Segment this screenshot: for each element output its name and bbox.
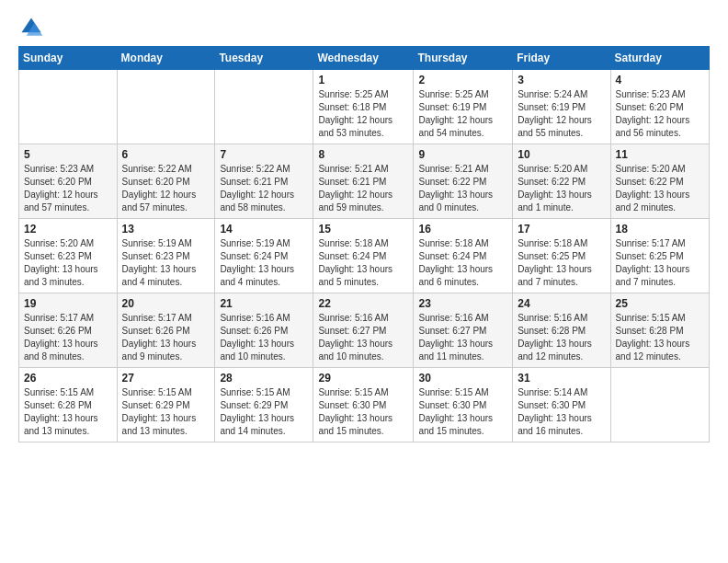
day-number: 15	[318, 223, 408, 236]
day-number: 11	[616, 148, 704, 161]
day-info: Sunrise: 5:22 AM Sunset: 6:20 PM Dayligh…	[122, 163, 210, 214]
day-info: Sunrise: 5:15 AM Sunset: 6:28 PM Dayligh…	[24, 386, 112, 438]
calendar-cell: 14Sunrise: 5:19 AM Sunset: 6:24 PM Dayli…	[215, 219, 313, 293]
day-number: 14	[220, 223, 308, 236]
calendar-cell: 15Sunrise: 5:18 AM Sunset: 6:24 PM Dayli…	[313, 219, 414, 293]
day-number: 5	[24, 148, 112, 161]
calendar-cell: 31Sunrise: 5:14 AM Sunset: 6:30 PM Dayli…	[513, 368, 610, 442]
calendar-cell: 18Sunrise: 5:17 AM Sunset: 6:25 PM Dayli…	[610, 219, 709, 293]
day-info: Sunrise: 5:18 AM Sunset: 6:24 PM Dayligh…	[318, 237, 408, 289]
calendar-cell: 17Sunrise: 5:18 AM Sunset: 6:25 PM Dayli…	[513, 219, 610, 293]
day-info: Sunrise: 5:15 AM Sunset: 6:30 PM Dayligh…	[318, 386, 408, 438]
calendar-cell: 24Sunrise: 5:16 AM Sunset: 6:28 PM Dayli…	[513, 293, 610, 368]
day-number: 12	[24, 223, 112, 236]
day-number: 30	[418, 372, 507, 385]
day-number: 7	[220, 148, 308, 161]
day-info: Sunrise: 5:25 AM Sunset: 6:18 PM Dayligh…	[318, 88, 408, 140]
day-info: Sunrise: 5:16 AM Sunset: 6:26 PM Dayligh…	[220, 312, 308, 363]
calendar-cell: 1Sunrise: 5:25 AM Sunset: 6:18 PM Daylig…	[313, 70, 414, 144]
day-info: Sunrise: 5:15 AM Sunset: 6:28 PM Dayligh…	[616, 312, 704, 363]
day-info: Sunrise: 5:23 AM Sunset: 6:20 PM Dayligh…	[24, 163, 112, 214]
calendar-page: SundayMondayTuesdayWednesdayThursdayFrid…	[0, 0, 728, 563]
calendar-cell: 16Sunrise: 5:18 AM Sunset: 6:24 PM Dayli…	[414, 219, 513, 293]
day-info: Sunrise: 5:19 AM Sunset: 6:24 PM Dayligh…	[220, 237, 308, 289]
day-number: 28	[220, 372, 308, 385]
calendar-cell: 3Sunrise: 5:24 AM Sunset: 6:19 PM Daylig…	[513, 70, 610, 144]
calendar-cell: 4Sunrise: 5:23 AM Sunset: 6:20 PM Daylig…	[610, 70, 709, 144]
day-number: 19	[24, 297, 112, 310]
weekday-header-tuesday: Tuesday	[215, 47, 313, 70]
calendar-cell: 8Sunrise: 5:21 AM Sunset: 6:21 PM Daylig…	[313, 144, 414, 219]
day-number: 13	[122, 223, 210, 236]
day-number: 2	[418, 74, 507, 86]
day-number: 21	[220, 297, 308, 310]
day-info: Sunrise: 5:17 AM Sunset: 6:26 PM Dayligh…	[24, 312, 112, 363]
day-info: Sunrise: 5:20 AM Sunset: 6:23 PM Dayligh…	[24, 237, 112, 289]
day-number: 10	[518, 148, 605, 161]
calendar-cell: 20Sunrise: 5:17 AM Sunset: 6:26 PM Dayli…	[117, 293, 215, 368]
calendar-week-row: 12Sunrise: 5:20 AM Sunset: 6:23 PM Dayli…	[19, 219, 710, 293]
day-number: 31	[518, 372, 605, 385]
calendar-cell	[19, 70, 118, 144]
calendar-cell: 29Sunrise: 5:15 AM Sunset: 6:30 PM Dayli…	[313, 368, 414, 442]
day-number: 1	[318, 74, 408, 86]
calendar-cell: 22Sunrise: 5:16 AM Sunset: 6:27 PM Dayli…	[313, 293, 414, 368]
calendar-cell: 7Sunrise: 5:22 AM Sunset: 6:21 PM Daylig…	[215, 144, 313, 219]
calendar-cell	[215, 70, 313, 144]
logo-icon	[18, 15, 44, 40]
calendar-cell: 12Sunrise: 5:20 AM Sunset: 6:23 PM Dayli…	[19, 219, 118, 293]
calendar-header: SundayMondayTuesdayWednesdayThursdayFrid…	[19, 47, 710, 70]
calendar-cell: 2Sunrise: 5:25 AM Sunset: 6:19 PM Daylig…	[414, 70, 513, 144]
day-number: 16	[418, 223, 507, 236]
calendar-week-row: 26Sunrise: 5:15 AM Sunset: 6:28 PM Dayli…	[19, 368, 710, 442]
day-number: 23	[418, 297, 507, 310]
calendar-cell: 28Sunrise: 5:15 AM Sunset: 6:29 PM Dayli…	[215, 368, 313, 442]
calendar-cell: 27Sunrise: 5:15 AM Sunset: 6:29 PM Dayli…	[117, 368, 215, 442]
calendar-cell: 5Sunrise: 5:23 AM Sunset: 6:20 PM Daylig…	[19, 144, 118, 219]
calendar-cell	[610, 368, 709, 442]
day-info: Sunrise: 5:15 AM Sunset: 6:30 PM Dayligh…	[418, 386, 507, 438]
day-info: Sunrise: 5:18 AM Sunset: 6:25 PM Dayligh…	[518, 237, 605, 289]
header	[18, 15, 710, 40]
day-info: Sunrise: 5:16 AM Sunset: 6:28 PM Dayligh…	[518, 312, 605, 363]
calendar-cell: 13Sunrise: 5:19 AM Sunset: 6:23 PM Dayli…	[117, 219, 215, 293]
day-number: 18	[616, 223, 704, 236]
day-number: 17	[518, 223, 605, 236]
day-info: Sunrise: 5:20 AM Sunset: 6:22 PM Dayligh…	[616, 163, 704, 214]
calendar-cell: 19Sunrise: 5:17 AM Sunset: 6:26 PM Dayli…	[19, 293, 118, 368]
calendar-cell: 25Sunrise: 5:15 AM Sunset: 6:28 PM Dayli…	[610, 293, 709, 368]
calendar-cell: 21Sunrise: 5:16 AM Sunset: 6:26 PM Dayli…	[215, 293, 313, 368]
day-info: Sunrise: 5:14 AM Sunset: 6:30 PM Dayligh…	[518, 386, 605, 438]
day-info: Sunrise: 5:24 AM Sunset: 6:19 PM Dayligh…	[518, 88, 605, 140]
day-info: Sunrise: 5:16 AM Sunset: 6:27 PM Dayligh…	[418, 312, 507, 363]
day-info: Sunrise: 5:15 AM Sunset: 6:29 PM Dayligh…	[122, 386, 210, 438]
day-number: 29	[318, 372, 408, 385]
day-number: 4	[616, 74, 704, 86]
calendar-cell: 10Sunrise: 5:20 AM Sunset: 6:22 PM Dayli…	[513, 144, 610, 219]
day-info: Sunrise: 5:15 AM Sunset: 6:29 PM Dayligh…	[220, 386, 308, 438]
day-number: 22	[318, 297, 408, 310]
day-info: Sunrise: 5:17 AM Sunset: 6:25 PM Dayligh…	[616, 237, 704, 289]
day-info: Sunrise: 5:25 AM Sunset: 6:19 PM Dayligh…	[418, 88, 507, 140]
day-number: 20	[122, 297, 210, 310]
day-info: Sunrise: 5:16 AM Sunset: 6:27 PM Dayligh…	[318, 312, 408, 363]
calendar-cell: 9Sunrise: 5:21 AM Sunset: 6:22 PM Daylig…	[414, 144, 513, 219]
day-info: Sunrise: 5:21 AM Sunset: 6:22 PM Dayligh…	[418, 163, 507, 214]
day-number: 6	[122, 148, 210, 161]
day-info: Sunrise: 5:21 AM Sunset: 6:21 PM Dayligh…	[318, 163, 408, 214]
day-info: Sunrise: 5:23 AM Sunset: 6:20 PM Dayligh…	[616, 88, 704, 140]
weekday-header-saturday: Saturday	[610, 47, 709, 70]
day-number: 27	[122, 372, 210, 385]
calendar-body: 1Sunrise: 5:25 AM Sunset: 6:18 PM Daylig…	[19, 70, 710, 442]
day-number: 25	[616, 297, 704, 310]
day-number: 24	[518, 297, 605, 310]
day-info: Sunrise: 5:22 AM Sunset: 6:21 PM Dayligh…	[220, 163, 308, 214]
day-number: 3	[518, 74, 605, 86]
weekday-header-row: SundayMondayTuesdayWednesdayThursdayFrid…	[19, 47, 710, 70]
weekday-header-thursday: Thursday	[414, 47, 513, 70]
weekday-header-sunday: Sunday	[19, 47, 118, 70]
calendar-cell	[117, 70, 215, 144]
calendar-week-row: 1Sunrise: 5:25 AM Sunset: 6:18 PM Daylig…	[19, 70, 710, 144]
day-number: 8	[318, 148, 408, 161]
calendar-week-row: 5Sunrise: 5:23 AM Sunset: 6:20 PM Daylig…	[19, 144, 710, 219]
